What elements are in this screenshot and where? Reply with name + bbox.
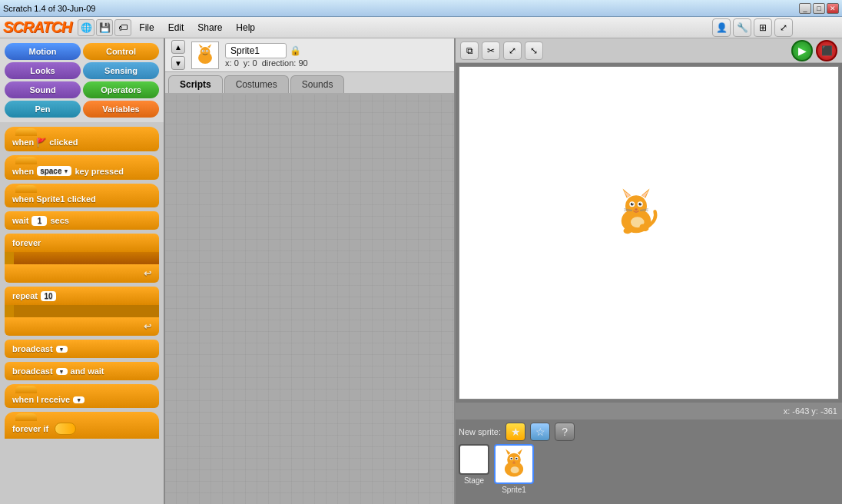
svg-point-36 [513, 461, 515, 463]
svg-marker-2 [199, 44, 203, 48]
scripts-canvas[interactable] [165, 94, 454, 504]
broadcast-wait-dropdown[interactable] [56, 368, 68, 375]
sprite-direction: 90 [298, 58, 307, 68]
category-pen[interactable]: Pen [5, 101, 81, 118]
sprite-x: 0 [234, 58, 239, 68]
cut-tool[interactable]: ✂ [482, 41, 500, 60]
grow-tool[interactable]: ⤢ [503, 41, 522, 60]
stage-label: Stage [464, 476, 484, 485]
broadcast-dropdown[interactable] [56, 346, 68, 353]
cat-sprite [609, 186, 663, 240]
block-forever-bottom[interactable]: ↩ [5, 264, 159, 283]
category-sensing[interactable]: Sensing [83, 62, 159, 79]
block-forever-group: forever ↩ [5, 234, 159, 283]
globe-icon[interactable]: 🌐 [78, 19, 94, 36]
sprite-thumbnail [191, 41, 219, 69]
wait-input[interactable]: 1 [31, 216, 47, 226]
block-forever-top[interactable]: forever [5, 234, 159, 252]
category-operators[interactable]: Operators [83, 81, 159, 98]
block-repeat-top[interactable]: repeat 10 [5, 287, 159, 305]
block-forever-if-group: forever if [5, 412, 159, 439]
tab-sounds[interactable]: Sounds [290, 75, 345, 93]
title-text: Scratch 1.4 of 30-Jun-09 [3, 4, 95, 13]
save-icon[interactable]: 💾 [96, 19, 113, 36]
sprite1-label: Sprite1 [502, 486, 526, 494]
stage-item[interactable]: Stage [459, 444, 489, 485]
block-wait[interactable]: wait 1 secs [5, 211, 159, 230]
new-sprite-label: New sprite: [459, 427, 501, 436]
category-control[interactable]: Control [83, 43, 159, 60]
left-panel: Motion Control Looks Sensing Sound Opera… [0, 38, 165, 504]
categories-grid: Motion Control Looks Sensing Sound Opera… [0, 38, 164, 122]
repeat-input[interactable]: 10 [41, 291, 56, 301]
sprite1-item[interactable]: Sprite1 [494, 444, 534, 494]
add-sprite-paint-button[interactable]: ★ [506, 423, 525, 441]
block-forever-if-top[interactable]: forever if [5, 412, 159, 439]
menu-share[interactable]: Share [191, 21, 228, 35]
svg-point-9 [625, 195, 647, 217]
tab-costumes[interactable]: Costumes [224, 75, 289, 93]
svg-point-34 [510, 458, 512, 459]
menu-help[interactable]: Help [230, 21, 261, 35]
script-tabs: Scripts Costumes Sounds [165, 72, 454, 94]
stage-toolbar: ⧉ ✂ ⤢ ⤡ ▶ ⬛ [456, 38, 842, 63]
stage-area[interactable] [459, 66, 839, 400]
category-motion[interactable]: Motion [5, 43, 81, 60]
shrink-tool[interactable]: ⤡ [525, 41, 543, 60]
stage-tools-left: ⧉ ✂ ⤢ ⤡ [460, 41, 543, 60]
stage-coords-bar: x: -643 y: -361 [456, 403, 842, 419]
svg-point-18 [632, 203, 633, 204]
duplicate-tool[interactable]: ⧉ [460, 41, 479, 60]
green-flag-button[interactable]: ▶ [791, 40, 813, 61]
block-when-receive[interactable]: when I receive [5, 384, 159, 408]
window-controls: _ □ ✕ [799, 3, 839, 14]
main-area: Motion Control Looks Sensing Sound Opera… [0, 38, 842, 504]
tab-scripts[interactable]: Scripts [168, 75, 223, 93]
block-broadcast[interactable]: broadcast [5, 340, 159, 358]
layout-icon[interactable]: ⊞ [754, 18, 772, 37]
sprite-nav-up[interactable]: ▲ [171, 40, 185, 54]
stage-thumb [459, 444, 489, 475]
sprite-name-input[interactable]: Sprite1 [225, 43, 287, 58]
sprite-name-area: Sprite1 🔒 [225, 43, 448, 58]
sprites-panel-header: New sprite: ★ ☆ ? [459, 423, 839, 441]
account-icon[interactable]: 👤 [712, 18, 731, 37]
close-button[interactable]: ✕ [827, 3, 839, 14]
menu-file[interactable]: File [133, 21, 160, 35]
svg-point-1 [201, 47, 210, 57]
stop-button[interactable]: ⬛ [816, 40, 837, 61]
menu-edit[interactable]: Edit [162, 21, 191, 35]
category-looks[interactable]: Looks [5, 62, 81, 79]
block-broadcast-wait[interactable]: broadcast and wait [5, 362, 159, 380]
block-when-key-pressed[interactable]: when space key pressed [5, 155, 159, 180]
svg-point-7 [207, 50, 208, 51]
key-dropdown[interactable]: space [37, 166, 71, 176]
receive-dropdown[interactable] [73, 396, 85, 403]
sprite1-thumb [494, 444, 534, 484]
block-repeat-group: repeat 10 ↩ [5, 287, 159, 336]
sprite-nav-down[interactable]: ▼ [171, 56, 185, 70]
svg-marker-31 [517, 449, 522, 455]
right-panel: ⧉ ✂ ⤢ ⤡ ▶ ⬛ [456, 38, 842, 504]
block-when-sprite-clicked[interactable]: when Sprite1 clicked [5, 184, 159, 207]
block-repeat-bottom[interactable]: ↩ [5, 317, 159, 336]
middle-panel: ▲ ▼ Sprite1 [165, 38, 456, 504]
svg-point-19 [640, 203, 641, 204]
svg-point-6 [203, 50, 204, 51]
block-when-flag-clicked[interactable]: when 🚩 clicked [5, 127, 159, 151]
sprites-list: Stage [459, 444, 839, 501]
title-bar-title: Scratch 1.4 of 30-Jun-09 [3, 4, 95, 13]
settings-icon[interactable]: 🔧 [733, 18, 751, 37]
maximize-button[interactable]: □ [813, 3, 825, 14]
scratch-logo: SCRATCH [3, 18, 71, 36]
svg-marker-30 [506, 449, 511, 455]
share-icon[interactable]: 🏷 [114, 19, 131, 36]
svg-marker-3 [207, 44, 211, 48]
category-variables[interactable]: Variables [83, 101, 159, 118]
add-sprite-file-button[interactable]: ☆ [530, 423, 550, 441]
add-sprite-surprise-button[interactable]: ? [555, 423, 575, 441]
menu-bar: SCRATCH 🌐 💾 🏷 File Edit Share Help 👤 🔧 ⊞… [0, 17, 842, 38]
minimize-button[interactable]: _ [799, 3, 811, 14]
category-sound[interactable]: Sound [5, 81, 81, 98]
expand-icon[interactable]: ⤢ [774, 18, 793, 37]
